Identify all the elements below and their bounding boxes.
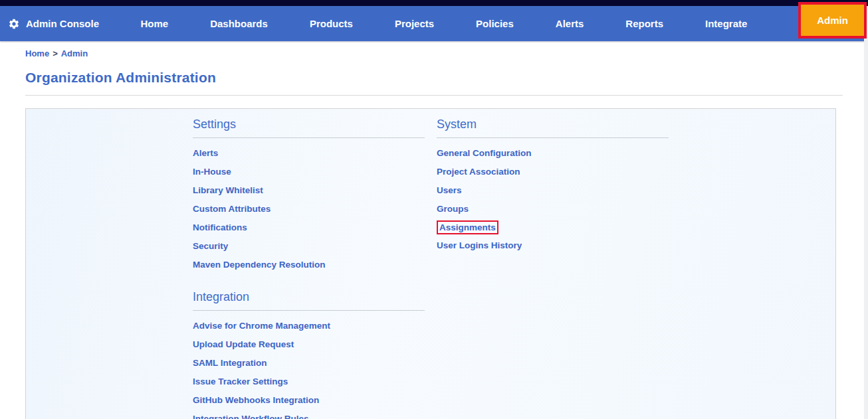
system-section: System General Configuration Project Ass… xyxy=(437,118,669,255)
nav-alerts[interactable]: Alerts xyxy=(556,18,584,29)
link-users[interactable]: Users xyxy=(437,181,669,200)
system-section-title: System xyxy=(437,118,669,138)
gear-icon xyxy=(8,18,20,30)
nav-policies[interactable]: Policies xyxy=(476,18,514,29)
settings-links: Alerts In-House Library Whitelist Custom… xyxy=(193,138,425,274)
left-column: Settings Alerts In-House Library Whiteli… xyxy=(193,118,425,419)
link-maven-dependency-resolution[interactable]: Maven Dependency Resolution xyxy=(193,256,425,274)
link-library-whitelist[interactable]: Library Whitelist xyxy=(193,181,425,200)
link-saml-integration[interactable]: SAML Integration xyxy=(193,354,425,373)
brand-label: Admin Console xyxy=(26,18,99,29)
breadcrumb-separator: > xyxy=(53,48,58,58)
nav-home[interactable]: Home xyxy=(141,18,169,29)
link-integration-workflow-rules[interactable]: Integration Workflow Rules xyxy=(193,410,425,419)
top-strip xyxy=(0,0,868,6)
link-upload-update-request[interactable]: Upload Update Request xyxy=(193,335,425,354)
admin-button-highlight-box: Admin xyxy=(798,2,867,39)
link-custom-attributes[interactable]: Custom Attributes xyxy=(193,200,425,218)
link-alerts[interactable]: Alerts xyxy=(193,144,425,163)
link-assignments[interactable]: Assignments xyxy=(437,220,498,234)
main-nav: Home Dashboards Products Projects Polici… xyxy=(120,18,768,29)
app-brand: Admin Console xyxy=(0,18,120,30)
integration-section-title: Integration xyxy=(193,290,425,311)
link-in-house[interactable]: In-House xyxy=(193,163,425,181)
link-groups[interactable]: Groups xyxy=(437,200,669,218)
nav-dashboards[interactable]: Dashboards xyxy=(210,18,268,29)
page-content: Home>Admin Organization Administration S… xyxy=(0,48,868,419)
integration-links: Advise for Chrome Management Upload Upda… xyxy=(193,311,425,419)
settings-section-title: Settings xyxy=(193,118,425,138)
link-notifications[interactable]: Notifications xyxy=(193,218,425,237)
vertical-scrollbar[interactable] xyxy=(864,6,868,419)
integration-section: Integration Advise for Chrome Management… xyxy=(193,290,425,419)
nav-integrate[interactable]: Integrate xyxy=(705,18,747,29)
breadcrumb: Home>Admin xyxy=(25,48,868,58)
link-project-association[interactable]: Project Association xyxy=(437,163,669,181)
right-column: System General Configuration Project Ass… xyxy=(437,118,669,255)
admin-links-panel: Settings Alerts In-House Library Whiteli… xyxy=(25,108,836,419)
page-title: Organization Administration xyxy=(25,70,868,86)
link-user-logins-history[interactable]: User Logins History xyxy=(437,236,669,255)
top-navbar: Admin Console Home Dashboards Products P… xyxy=(0,6,868,41)
title-divider xyxy=(25,95,843,96)
link-security[interactable]: Security xyxy=(193,237,425,256)
nav-products[interactable]: Products xyxy=(310,18,353,29)
admin-button[interactable]: Admin xyxy=(801,5,864,36)
link-general-configuration[interactable]: General Configuration xyxy=(437,144,669,163)
link-github-webhooks-integration[interactable]: GitHub Webhooks Integration xyxy=(193,391,425,410)
link-issue-tracker-settings[interactable]: Issue Tracker Settings xyxy=(193,373,425,391)
nav-reports[interactable]: Reports xyxy=(625,18,663,29)
breadcrumb-admin-link[interactable]: Admin xyxy=(61,48,88,58)
breadcrumb-home-link[interactable]: Home xyxy=(25,48,49,58)
system-links: General Configuration Project Associatio… xyxy=(437,138,669,255)
settings-section: Settings Alerts In-House Library Whiteli… xyxy=(193,118,425,274)
nav-projects[interactable]: Projects xyxy=(395,18,434,29)
link-advise-for-chrome-management[interactable]: Advise for Chrome Management xyxy=(193,317,425,335)
